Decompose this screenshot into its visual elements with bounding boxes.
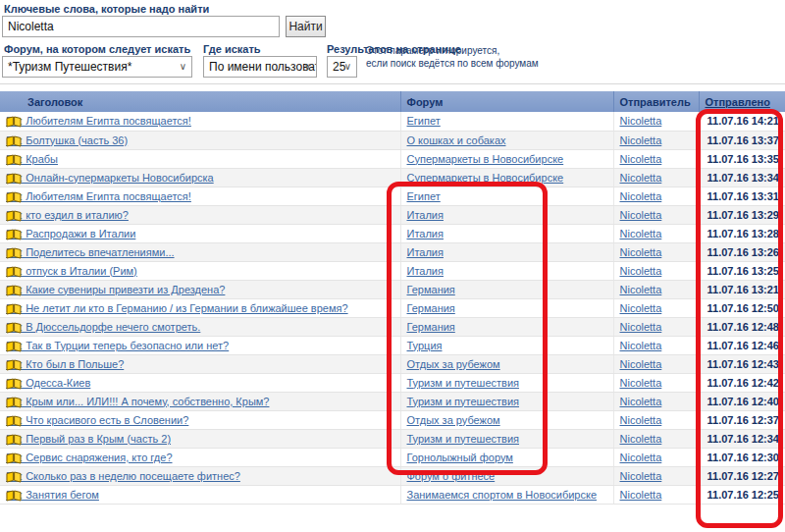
- topic-link[interactable]: Re: Что красивого есть в Словении?: [6, 414, 188, 426]
- topic-link[interactable]: Re: Не летит ли кто в Германию / из Герм…: [6, 302, 348, 314]
- topic-link[interactable]: Re: кто ездил в италию?: [6, 209, 129, 221]
- table-row: Re: Распродажи в ИталииИталияNicoletta11…: [0, 224, 785, 242]
- forum-cell: Германия: [400, 280, 613, 298]
- forum-link[interactable]: Туризм и путешествия: [407, 377, 520, 389]
- topic-link[interactable]: Re: Поделитесь впечатлениями...: [6, 246, 175, 258]
- sender-link[interactable]: Nicoletta: [620, 452, 662, 463]
- sent-timestamp: 11.07.16 13:21: [699, 280, 785, 298]
- keywords-input[interactable]: [2, 16, 280, 37]
- sender-link[interactable]: Nicoletta: [620, 115, 662, 127]
- sender-link[interactable]: Nicoletta: [620, 433, 662, 445]
- table-row: Re: Онлайн-супермаркеты НовосибирскаСупе…: [0, 168, 785, 186]
- sender-link[interactable]: Nicoletta: [620, 377, 662, 389]
- search-in-select[interactable]: По имени пользователя ∨: [203, 56, 317, 78]
- sender-link[interactable]: Nicoletta: [620, 209, 662, 221]
- sender-link[interactable]: Nicoletta: [620, 340, 662, 351]
- sender-link[interactable]: Nicoletta: [620, 246, 662, 258]
- forum-select[interactable]: *Туризм Путешествия* ∨: [2, 56, 192, 78]
- topic-link[interactable]: Re: Любителям Египта посвящается!: [6, 115, 191, 127]
- topic-link[interactable]: Re: Онлайн-супермаркеты Новосибирска: [6, 172, 214, 184]
- table-row: Re: Что красивого есть в Словении?Отдых …: [0, 410, 785, 429]
- open-book-icon: [6, 471, 22, 483]
- sender-link[interactable]: Nicoletta: [620, 414, 662, 426]
- search-button[interactable]: Найти: [286, 16, 326, 37]
- topic-link[interactable]: Re: Кто был в Польше?: [6, 358, 124, 370]
- forum-link[interactable]: Отдых за рубежом: [407, 358, 500, 370]
- topic-link[interactable]: Re: Крым или... ИЛИ!!! А почему, собстве…: [6, 396, 269, 407]
- forum-link[interactable]: Италия: [407, 246, 444, 258]
- topic-link[interactable]: Re: Сервис снаряжения, кто где?: [6, 452, 173, 463]
- sender-link[interactable]: Nicoletta: [620, 134, 662, 146]
- sent-timestamp: 11.07.16 13:37: [699, 131, 785, 149]
- sender-link[interactable]: Nicoletta: [620, 321, 662, 333]
- open-book-icon: [6, 135, 22, 147]
- forum-link[interactable]: Германия: [407, 321, 455, 333]
- topic-cell: Re: Занятия бегом: [0, 485, 400, 504]
- topic-link[interactable]: Re: Какие сувениры привезти из Дрездена?: [6, 284, 225, 295]
- forum-link[interactable]: Горнолыжный форум: [407, 452, 513, 463]
- topic-link[interactable]: Re: В Дюссельдорфе нечего смотреть.: [6, 321, 200, 333]
- table-row: Re: Кто был в Польше?Отдых за рубежомNic…: [0, 354, 785, 373]
- sent-timestamp: 11.07.16 12:37: [699, 410, 785, 429]
- forum-link[interactable]: Турция: [407, 340, 443, 351]
- topic-link[interactable]: Re: Так в Турции теперь безопасно или не…: [6, 340, 229, 351]
- sender-link[interactable]: Nicoletta: [620, 489, 662, 501]
- forum-link[interactable]: Туризм и путешествия: [407, 433, 520, 445]
- sender-link[interactable]: Nicoletta: [620, 265, 662, 277]
- table-row: Re: Одесса-КиевТуризм и путешествияNicol…: [0, 373, 785, 392]
- forum-link[interactable]: Египет: [407, 190, 441, 202]
- topic-link[interactable]: Re: Сколько раз в неделю посещаете фитне…: [6, 470, 240, 482]
- topic-link[interactable]: Re: Болтушка (часть 36): [6, 134, 128, 146]
- forum-link[interactable]: Супермаркеты в Новосибирске: [407, 153, 564, 165]
- sender-link[interactable]: Nicoletta: [620, 396, 662, 407]
- forum-link[interactable]: Германия: [407, 284, 455, 295]
- sender-cell: Nicoletta: [613, 224, 699, 242]
- topic-cell: Re: Первый раз в Крым (часть 2): [0, 429, 400, 448]
- sender-link[interactable]: Nicoletta: [620, 302, 662, 314]
- sender-link[interactable]: Nicoletta: [620, 284, 662, 295]
- forum-cell: Супермаркеты в Новосибирске: [400, 149, 613, 168]
- sender-cell: Nicoletta: [613, 392, 699, 410]
- topic-link[interactable]: Re: Распродажи в Италии: [6, 228, 135, 239]
- table-row: Re: отпуск в Италии (Рим)ИталияNicoletta…: [0, 261, 785, 280]
- forum-link[interactable]: Италия: [407, 228, 444, 239]
- table-row: Re: Любителям Египта посвящается!ЕгипетN…: [0, 112, 785, 131]
- forum-link[interactable]: Форум о фитнесе: [407, 470, 496, 482]
- sender-link[interactable]: Nicoletta: [620, 228, 662, 239]
- forum-link[interactable]: Отдых за рубежом: [407, 414, 500, 426]
- table-row: Re: В Дюссельдорфе нечего смотреть.Герма…: [0, 317, 785, 336]
- sender-link[interactable]: Nicoletta: [620, 470, 662, 482]
- search-results-table: Заголовок Форум Отправитель Отправлено R…: [0, 91, 785, 505]
- forum-link[interactable]: Супермаркеты в Новосибирске: [407, 172, 564, 184]
- forum-link[interactable]: Германия: [407, 302, 455, 314]
- forum-cell: Отдых за рубежом: [400, 354, 613, 373]
- forum-search-results-page: Ключевые слова, которые надо найти Найти…: [0, 0, 785, 532]
- sort-by-sent-link[interactable]: Отправлено: [706, 96, 770, 108]
- open-book-icon: [6, 378, 22, 390]
- sender-link[interactable]: Nicoletta: [620, 172, 662, 184]
- sent-timestamp: 11.07.16 13:25: [699, 261, 785, 280]
- topic-link[interactable]: Re: Любителям Египта посвящается!: [6, 190, 191, 202]
- sender-link[interactable]: Nicoletta: [620, 153, 662, 165]
- forum-link[interactable]: О кошках и собаках: [407, 134, 506, 146]
- forum-cell: Италия: [400, 205, 613, 224]
- sender-cell: Nicoletta: [613, 168, 699, 186]
- forum-link[interactable]: Занимаемся спортом в Новосибирске: [407, 489, 598, 501]
- forum-link[interactable]: Италия: [407, 209, 444, 221]
- forum-cell: Занимаемся спортом в Новосибирске: [400, 485, 613, 504]
- forum-link[interactable]: Италия: [407, 265, 444, 277]
- sender-link[interactable]: Nicoletta: [620, 358, 662, 370]
- results-tbody: Re: Любителям Египта посвящается!ЕгипетN…: [0, 112, 785, 504]
- open-book-icon: [6, 173, 22, 185]
- open-book-icon: [6, 359, 22, 371]
- forum-link[interactable]: Туризм и путешествия: [407, 396, 520, 407]
- forum-link[interactable]: Египет: [407, 115, 441, 127]
- sender-link[interactable]: Nicoletta: [620, 190, 662, 202]
- forum-cell: Туризм и путешествия: [400, 429, 613, 448]
- sender-cell: Nicoletta: [613, 205, 699, 224]
- topic-link[interactable]: Re: Первый раз в Крым (часть 2): [6, 433, 171, 445]
- results-per-page-select[interactable]: 25 ∨: [327, 56, 357, 78]
- topic-link[interactable]: Re: отпуск в Италии (Рим): [6, 265, 137, 277]
- per-page-note-line2: если поиск ведётся по всем форумам: [366, 58, 539, 69]
- topic-cell: Re: Одесса-Киев: [0, 373, 400, 392]
